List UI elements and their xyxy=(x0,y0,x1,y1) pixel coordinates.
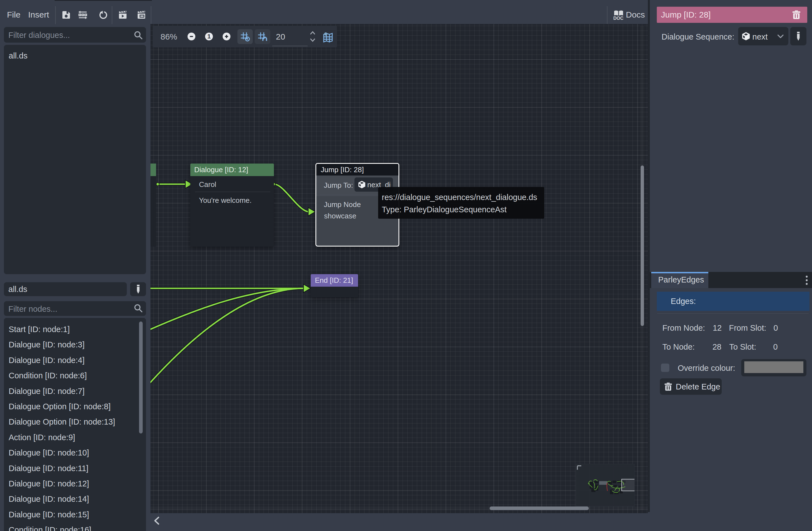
svg-text:DOC: DOC xyxy=(613,16,624,20)
